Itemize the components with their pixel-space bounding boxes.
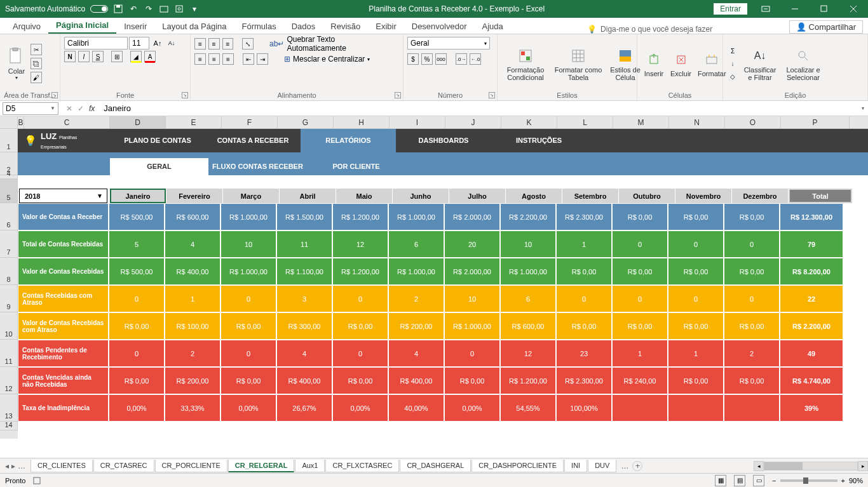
data-cell[interactable] (612, 394, 668, 422)
data-cell[interactable]: 0 (612, 230, 668, 258)
data-cell[interactable]: 1 (556, 230, 612, 258)
align-bottom-icon[interactable]: ≡ (222, 38, 234, 50)
column-header[interactable]: B (18, 116, 24, 128)
tell-me-search[interactable]: 💡Diga-me o que você deseja fazer (587, 25, 712, 34)
qat-icon-2[interactable] (174, 4, 184, 14)
select-all-corner[interactable] (0, 116, 18, 128)
data-cell[interactable]: 54,55% (500, 394, 556, 422)
dialog-launcher-icon[interactable]: ↘ (489, 92, 495, 98)
data-cell[interactable]: R$ 1.100,00 (276, 258, 332, 285)
column-header[interactable]: L (557, 116, 613, 128)
comma-icon[interactable]: 000 (435, 53, 447, 65)
zoom-slider[interactable] (780, 479, 837, 482)
data-cell[interactable]: 0 (332, 340, 388, 367)
name-box[interactable]: D5▼ (3, 102, 58, 115)
data-cell[interactable]: 0,00% (220, 394, 276, 422)
column-header[interactable]: N (669, 116, 725, 128)
sheet-tab[interactable]: CR_CLIENTES (31, 460, 93, 472)
data-cell[interactable]: 1 (165, 285, 220, 312)
data-cell[interactable]: 0 (109, 340, 165, 367)
sheet-tab[interactable]: INI (564, 460, 587, 472)
sheet-tab[interactable]: CR_DASHPORCLIENTE (471, 460, 564, 472)
data-cell[interactable]: R$ 400,00 (165, 258, 220, 285)
number-format-select[interactable]: Geral▾ (407, 37, 490, 50)
data-cell[interactable]: R$ 2.000,00 (444, 258, 500, 285)
data-cell[interactable]: 6 (388, 230, 444, 258)
data-cell[interactable]: R$ 8.200,00 (780, 258, 843, 285)
data-cell[interactable]: R$ 12.300,00 (780, 203, 843, 230)
data-cell[interactable]: 0 (220, 285, 276, 312)
data-cell[interactable]: R$ 0,00 (668, 312, 724, 340)
copy-icon[interactable]: ⿻ (31, 58, 42, 69)
delete-cells-button[interactable]: Excluir (668, 48, 694, 79)
nav-item[interactable]: DASHBOARDS (396, 129, 491, 152)
data-cell[interactable]: 26,67% (276, 394, 332, 422)
data-cell[interactable]: 0 (556, 285, 612, 312)
data-cell[interactable]: 0 (724, 285, 780, 312)
row-header[interactable]: 6 (0, 203, 18, 230)
percent-icon[interactable]: % (421, 53, 433, 65)
data-cell[interactable]: R$ 400,00 (388, 367, 444, 394)
signin-button[interactable]: Entrar (714, 3, 747, 15)
nav-item[interactable]: CONTAS A RECEBER (205, 129, 301, 152)
row-header[interactable]: 9 (0, 285, 18, 312)
column-header[interactable]: M (613, 116, 669, 128)
row-header[interactable]: 5 (0, 179, 18, 203)
ribbon-tab[interactable]: Arquivo (5, 19, 48, 34)
fill-color-icon[interactable]: ◢ (130, 51, 142, 62)
data-cell[interactable]: 49 (780, 340, 843, 367)
data-cell[interactable]: 5 (109, 230, 165, 258)
data-cell[interactable]: R$ 0,00 (668, 258, 724, 285)
column-header[interactable]: E (166, 116, 222, 128)
accounting-icon[interactable]: $ (407, 53, 419, 65)
data-cell[interactable]: R$ 300,00 (276, 312, 332, 340)
tab-nav-more-icon[interactable]: … (18, 462, 25, 470)
align-middle-icon[interactable]: ≡ (208, 38, 220, 50)
data-cell[interactable]: 12 (500, 340, 556, 367)
column-header[interactable]: I (390, 116, 445, 128)
data-cell[interactable]: R$ 240,00 (612, 367, 668, 394)
data-cell[interactable]: 0,00% (109, 394, 165, 422)
data-cell[interactable]: 3 (276, 285, 332, 312)
cut-icon[interactable]: ✂ (31, 44, 42, 55)
data-cell[interactable]: 22 (780, 285, 843, 312)
data-cell[interactable]: 10 (220, 230, 276, 258)
maximize-icon[interactable] (810, 0, 839, 18)
subnav-item[interactable]: POR CLIENTE (307, 158, 405, 175)
row-header[interactable]: 11 (0, 340, 18, 367)
data-cell[interactable]: R$ 0,00 (220, 312, 276, 340)
conditional-formatting-button[interactable]: Formatação Condicional (501, 44, 550, 83)
data-cell[interactable]: R$ 1.000,00 (500, 258, 556, 285)
data-cell[interactable]: R$ 0,00 (724, 367, 780, 394)
data-cell[interactable]: R$ 0,00 (724, 258, 780, 285)
bold-icon[interactable]: N (64, 51, 76, 62)
data-cell[interactable]: 0 (724, 230, 780, 258)
tab-nav-first-icon[interactable]: ◂ (5, 462, 9, 470)
year-select[interactable]: 2018▼ (19, 189, 107, 203)
data-cell[interactable]: R$ 0,00 (556, 312, 612, 340)
data-cell[interactable]: R$ 600,00 (165, 203, 220, 230)
column-header[interactable]: G (278, 116, 334, 128)
zoom-out-icon[interactable]: − (772, 477, 776, 484)
dialog-launcher-icon[interactable]: ↘ (395, 92, 401, 98)
data-cell[interactable]: R$ 0,00 (556, 258, 612, 285)
formula-input[interactable] (100, 103, 858, 113)
data-cell[interactable]: R$ 200,00 (165, 367, 220, 394)
share-button[interactable]: 👤Compartilhar (789, 20, 863, 34)
data-cell[interactable]: R$ 0,00 (724, 312, 780, 340)
column-header[interactable]: H (334, 116, 390, 128)
undo-icon[interactable]: ↶ (128, 4, 139, 14)
data-cell[interactable]: 4 (276, 340, 332, 367)
align-left-icon[interactable]: ≡ (194, 53, 206, 65)
ribbon-tab[interactable]: Página Inicial (48, 18, 116, 34)
data-cell[interactable]: 2 (724, 340, 780, 367)
data-cell[interactable]: 4 (388, 340, 444, 367)
data-cell[interactable]: 6 (500, 285, 556, 312)
data-cell[interactable]: R$ 2.000,00 (444, 203, 500, 230)
data-cell[interactable]: 1 (668, 340, 724, 367)
data-cell[interactable]: R$ 0,00 (332, 367, 388, 394)
column-header[interactable]: P (781, 116, 850, 128)
data-cell[interactable]: R$ 100,00 (165, 312, 220, 340)
data-cell[interactable]: R$ 2.200,00 (500, 203, 556, 230)
data-cell[interactable]: R$ 1.000,00 (220, 203, 276, 230)
